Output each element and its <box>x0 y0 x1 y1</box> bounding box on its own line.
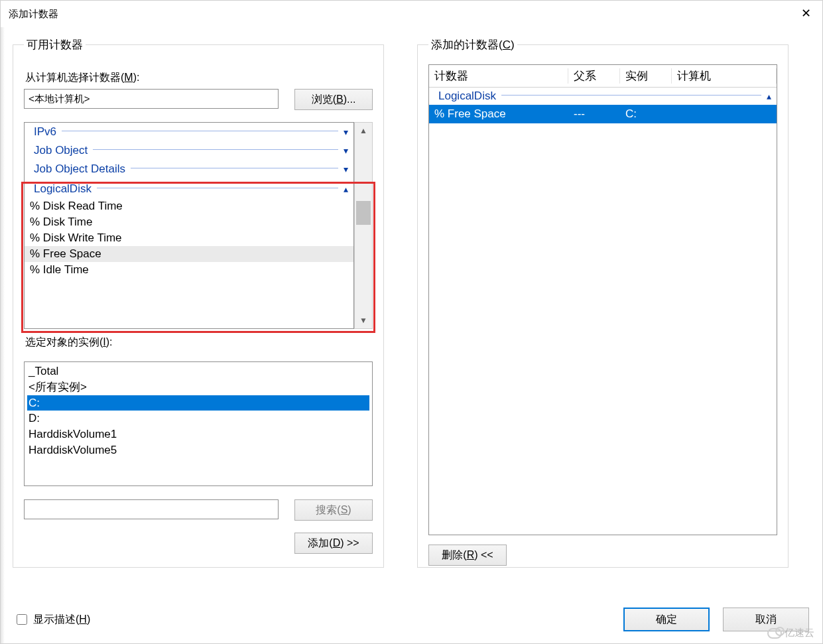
col-parent[interactable]: 父系 <box>568 68 620 84</box>
available-counters-legend: 可用计数器 <box>24 37 86 52</box>
col-instance[interactable]: 实例 <box>620 68 672 84</box>
show-description-input[interactable] <box>17 614 27 625</box>
added-group-label: LogicalDisk <box>438 90 496 103</box>
category-label: Job Object <box>34 144 88 157</box>
counter-item[interactable]: % Disk Time <box>25 214 353 230</box>
scroll-up-icon[interactable]: ▲ <box>355 123 372 139</box>
chevron-down-icon: ▾ <box>344 127 348 137</box>
instances-label: 选定对象的实例(I): <box>25 336 373 350</box>
dialog-body: 可用计数器 从计算机选择计数器(M): 浏览(B)... <box>13 37 810 631</box>
scrollbar[interactable]: ▲ ▼ <box>354 122 373 329</box>
search-combo[interactable] <box>24 499 279 519</box>
available-counters-group: 可用计数器 从计算机选择计数器(M): 浏览(B)... <box>13 37 384 568</box>
show-description-checkbox[interactable]: 显示描述(H) <box>14 612 90 627</box>
added-counters-legend: 添加的计数器(C) <box>428 37 517 52</box>
left-shadow <box>1 27 5 643</box>
ok-button[interactable]: 确定 <box>623 608 710 631</box>
category-label: LogicalDisk <box>34 182 92 196</box>
col-counter[interactable]: 计数器 <box>429 68 568 84</box>
added-counters-table[interactable]: 计数器 父系 实例 计算机 LogicalDisk ▴ % Free Space <box>428 64 777 535</box>
instances-listbox[interactable]: _Total <所有实例> C: D: HarddiskVolume1 Hard… <box>24 361 373 486</box>
counter-listbox[interactable]: IPv6 ▾ Job Object ▾ Job Object Details <box>24 122 354 329</box>
chevron-up-icon: ▴ <box>344 184 348 194</box>
counter-categories-panel: IPv6 ▾ Job Object ▾ Job Object Details <box>24 122 373 329</box>
scroll-down-icon[interactable]: ▼ <box>355 312 372 328</box>
col-computer[interactable]: 计算机 <box>672 68 777 84</box>
category-label: IPv6 <box>34 125 56 139</box>
remove-button[interactable]: 删除(R) << <box>428 545 507 566</box>
added-group-row[interactable]: LogicalDisk ▴ <box>429 88 777 105</box>
titlebar: 添加计数器 ✕ <box>1 1 822 27</box>
category-label: Job Object Details <box>34 162 125 176</box>
counter-item[interactable]: % Idle Time <box>25 262 353 278</box>
cell-counter: % Free Space <box>429 107 568 121</box>
counter-item[interactable]: % Disk Read Time <box>25 198 353 214</box>
instance-item[interactable]: D: <box>27 411 369 426</box>
scroll-thumb[interactable] <box>356 201 371 225</box>
cell-instance: C: <box>620 107 672 121</box>
cell-parent: --- <box>568 107 620 121</box>
dialog-footer: 显示描述(H) 确定 取消 <box>13 608 810 631</box>
instance-item[interactable]: _Total <box>27 363 369 379</box>
instance-item[interactable]: HarddiskVolume1 <box>27 426 369 442</box>
cancel-button[interactable]: 取消 <box>723 608 809 631</box>
category-row-expanded[interactable]: LogicalDisk ▴ <box>25 180 353 198</box>
search-button[interactable]: 搜索(S) <box>294 499 373 521</box>
browse-button[interactable]: 浏览(B)... <box>294 89 373 110</box>
instance-item[interactable]: <所有实例> <box>27 379 369 395</box>
counter-item-selected[interactable]: % Free Space <box>25 246 353 262</box>
instance-item[interactable]: HarddiskVolume5 <box>27 442 369 458</box>
category-row[interactable]: Job Object Details ▾ <box>25 160 353 178</box>
dialog-window: 添加计数器 ✕ 可用计数器 从计算机选择计数器(M): 浏览(B). <box>0 0 823 644</box>
category-row[interactable]: IPv6 ▾ <box>25 123 353 141</box>
window-title: 添加计数器 <box>9 8 58 21</box>
table-header: 计数器 父系 实例 计算机 <box>429 65 777 88</box>
counter-item[interactable]: % Disk Write Time <box>25 230 353 246</box>
category-row[interactable]: Job Object ▾ <box>25 141 353 160</box>
chevron-up-icon: ▴ <box>767 91 771 101</box>
chevron-down-icon: ▾ <box>344 145 348 156</box>
select-computer-label: 从计算机选择计数器(M): <box>25 71 373 85</box>
chevron-down-icon: ▾ <box>344 164 348 174</box>
add-button[interactable]: 添加(D) >> <box>294 533 373 554</box>
added-counter-row[interactable]: % Free Space --- C: <box>429 105 777 123</box>
computer-combo[interactable] <box>24 89 279 109</box>
instance-item-selected[interactable]: C: <box>27 395 369 411</box>
added-counters-group: 添加的计数器(C) 计数器 父系 实例 计算机 LogicalDisk ▴ <box>417 37 789 568</box>
close-icon[interactable]: ✕ <box>796 5 816 21</box>
